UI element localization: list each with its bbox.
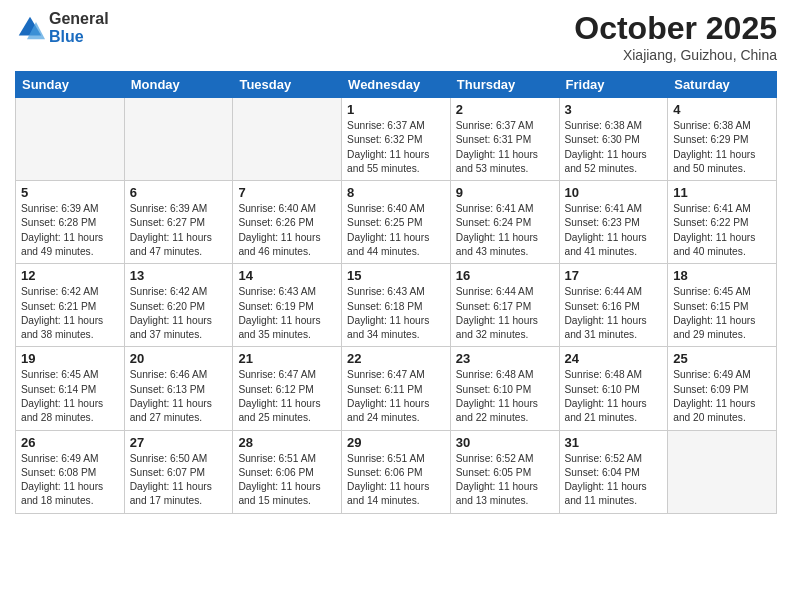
- cell-info: Sunrise: 6:38 AMSunset: 6:29 PMDaylight:…: [673, 119, 771, 176]
- cell-info: Sunrise: 6:49 AMSunset: 6:09 PMDaylight:…: [673, 368, 771, 425]
- cell-info: Sunrise: 6:39 AMSunset: 6:27 PMDaylight:…: [130, 202, 228, 259]
- calendar-header-row: SundayMondayTuesdayWednesdayThursdayFrid…: [16, 72, 777, 98]
- cell-info: Sunrise: 6:40 AMSunset: 6:26 PMDaylight:…: [238, 202, 336, 259]
- calendar-week-row: 1Sunrise: 6:37 AMSunset: 6:32 PMDaylight…: [16, 98, 777, 181]
- cell-info: Sunrise: 6:40 AMSunset: 6:25 PMDaylight:…: [347, 202, 445, 259]
- cell-info: Sunrise: 6:37 AMSunset: 6:32 PMDaylight:…: [347, 119, 445, 176]
- day-number: 3: [565, 102, 663, 117]
- header: General Blue October 2025 Xiajiang, Guiz…: [15, 10, 777, 63]
- cell-info: Sunrise: 6:45 AMSunset: 6:15 PMDaylight:…: [673, 285, 771, 342]
- calendar-cell: 20Sunrise: 6:46 AMSunset: 6:13 PMDayligh…: [124, 347, 233, 430]
- calendar-cell: 19Sunrise: 6:45 AMSunset: 6:14 PMDayligh…: [16, 347, 125, 430]
- location: Xiajiang, Guizhou, China: [574, 47, 777, 63]
- month-title: October 2025: [574, 10, 777, 47]
- calendar-cell: 15Sunrise: 6:43 AMSunset: 6:18 PMDayligh…: [342, 264, 451, 347]
- cell-info: Sunrise: 6:44 AMSunset: 6:16 PMDaylight:…: [565, 285, 663, 342]
- calendar-header-friday: Friday: [559, 72, 668, 98]
- calendar-cell: 11Sunrise: 6:41 AMSunset: 6:22 PMDayligh…: [668, 181, 777, 264]
- calendar-cell: 23Sunrise: 6:48 AMSunset: 6:10 PMDayligh…: [450, 347, 559, 430]
- day-number: 11: [673, 185, 771, 200]
- day-number: 7: [238, 185, 336, 200]
- day-number: 20: [130, 351, 228, 366]
- cell-info: Sunrise: 6:43 AMSunset: 6:18 PMDaylight:…: [347, 285, 445, 342]
- calendar-cell: 29Sunrise: 6:51 AMSunset: 6:06 PMDayligh…: [342, 430, 451, 513]
- calendar-cell: 31Sunrise: 6:52 AMSunset: 6:04 PMDayligh…: [559, 430, 668, 513]
- calendar-cell: 16Sunrise: 6:44 AMSunset: 6:17 PMDayligh…: [450, 264, 559, 347]
- logo-text: General Blue: [49, 10, 109, 45]
- day-number: 29: [347, 435, 445, 450]
- calendar-cell: [124, 98, 233, 181]
- calendar-header-tuesday: Tuesday: [233, 72, 342, 98]
- calendar-week-row: 19Sunrise: 6:45 AMSunset: 6:14 PMDayligh…: [16, 347, 777, 430]
- calendar-week-row: 26Sunrise: 6:49 AMSunset: 6:08 PMDayligh…: [16, 430, 777, 513]
- day-number: 19: [21, 351, 119, 366]
- calendar-cell: 3Sunrise: 6:38 AMSunset: 6:30 PMDaylight…: [559, 98, 668, 181]
- calendar-table: SundayMondayTuesdayWednesdayThursdayFrid…: [15, 71, 777, 514]
- cell-info: Sunrise: 6:50 AMSunset: 6:07 PMDaylight:…: [130, 452, 228, 509]
- logo-general-text: General: [49, 10, 109, 28]
- cell-info: Sunrise: 6:41 AMSunset: 6:23 PMDaylight:…: [565, 202, 663, 259]
- calendar-cell: 17Sunrise: 6:44 AMSunset: 6:16 PMDayligh…: [559, 264, 668, 347]
- cell-info: Sunrise: 6:42 AMSunset: 6:20 PMDaylight:…: [130, 285, 228, 342]
- cell-info: Sunrise: 6:41 AMSunset: 6:24 PMDaylight:…: [456, 202, 554, 259]
- calendar-cell: 30Sunrise: 6:52 AMSunset: 6:05 PMDayligh…: [450, 430, 559, 513]
- day-number: 4: [673, 102, 771, 117]
- cell-info: Sunrise: 6:43 AMSunset: 6:19 PMDaylight:…: [238, 285, 336, 342]
- day-number: 31: [565, 435, 663, 450]
- calendar-cell: 5Sunrise: 6:39 AMSunset: 6:28 PMDaylight…: [16, 181, 125, 264]
- cell-info: Sunrise: 6:49 AMSunset: 6:08 PMDaylight:…: [21, 452, 119, 509]
- day-number: 27: [130, 435, 228, 450]
- day-number: 1: [347, 102, 445, 117]
- calendar-header-saturday: Saturday: [668, 72, 777, 98]
- day-number: 8: [347, 185, 445, 200]
- calendar-cell: 24Sunrise: 6:48 AMSunset: 6:10 PMDayligh…: [559, 347, 668, 430]
- logo: General Blue: [15, 10, 109, 45]
- day-number: 9: [456, 185, 554, 200]
- day-number: 15: [347, 268, 445, 283]
- cell-info: Sunrise: 6:41 AMSunset: 6:22 PMDaylight:…: [673, 202, 771, 259]
- cell-info: Sunrise: 6:37 AMSunset: 6:31 PMDaylight:…: [456, 119, 554, 176]
- day-number: 10: [565, 185, 663, 200]
- title-block: October 2025 Xiajiang, Guizhou, China: [574, 10, 777, 63]
- day-number: 23: [456, 351, 554, 366]
- page: General Blue October 2025 Xiajiang, Guiz…: [0, 0, 792, 612]
- day-number: 12: [21, 268, 119, 283]
- day-number: 13: [130, 268, 228, 283]
- day-number: 14: [238, 268, 336, 283]
- cell-info: Sunrise: 6:38 AMSunset: 6:30 PMDaylight:…: [565, 119, 663, 176]
- calendar-cell: 8Sunrise: 6:40 AMSunset: 6:25 PMDaylight…: [342, 181, 451, 264]
- cell-info: Sunrise: 6:48 AMSunset: 6:10 PMDaylight:…: [456, 368, 554, 425]
- calendar-cell: 27Sunrise: 6:50 AMSunset: 6:07 PMDayligh…: [124, 430, 233, 513]
- calendar-cell: 12Sunrise: 6:42 AMSunset: 6:21 PMDayligh…: [16, 264, 125, 347]
- cell-info: Sunrise: 6:51 AMSunset: 6:06 PMDaylight:…: [238, 452, 336, 509]
- calendar-cell: 13Sunrise: 6:42 AMSunset: 6:20 PMDayligh…: [124, 264, 233, 347]
- day-number: 28: [238, 435, 336, 450]
- calendar-header-thursday: Thursday: [450, 72, 559, 98]
- calendar-header-monday: Monday: [124, 72, 233, 98]
- cell-info: Sunrise: 6:52 AMSunset: 6:05 PMDaylight:…: [456, 452, 554, 509]
- calendar-week-row: 5Sunrise: 6:39 AMSunset: 6:28 PMDaylight…: [16, 181, 777, 264]
- cell-info: Sunrise: 6:44 AMSunset: 6:17 PMDaylight:…: [456, 285, 554, 342]
- logo-icon: [15, 13, 45, 43]
- cell-info: Sunrise: 6:45 AMSunset: 6:14 PMDaylight:…: [21, 368, 119, 425]
- day-number: 6: [130, 185, 228, 200]
- calendar-cell: 4Sunrise: 6:38 AMSunset: 6:29 PMDaylight…: [668, 98, 777, 181]
- calendar-header-sunday: Sunday: [16, 72, 125, 98]
- calendar-cell: [233, 98, 342, 181]
- day-number: 2: [456, 102, 554, 117]
- day-number: 25: [673, 351, 771, 366]
- cell-info: Sunrise: 6:48 AMSunset: 6:10 PMDaylight:…: [565, 368, 663, 425]
- calendar-cell: 1Sunrise: 6:37 AMSunset: 6:32 PMDaylight…: [342, 98, 451, 181]
- calendar-cell: 18Sunrise: 6:45 AMSunset: 6:15 PMDayligh…: [668, 264, 777, 347]
- day-number: 30: [456, 435, 554, 450]
- cell-info: Sunrise: 6:47 AMSunset: 6:12 PMDaylight:…: [238, 368, 336, 425]
- calendar-cell: 21Sunrise: 6:47 AMSunset: 6:12 PMDayligh…: [233, 347, 342, 430]
- calendar-cell: 7Sunrise: 6:40 AMSunset: 6:26 PMDaylight…: [233, 181, 342, 264]
- cell-info: Sunrise: 6:52 AMSunset: 6:04 PMDaylight:…: [565, 452, 663, 509]
- calendar-cell: 6Sunrise: 6:39 AMSunset: 6:27 PMDaylight…: [124, 181, 233, 264]
- cell-info: Sunrise: 6:39 AMSunset: 6:28 PMDaylight:…: [21, 202, 119, 259]
- calendar-header-wednesday: Wednesday: [342, 72, 451, 98]
- calendar-cell: 10Sunrise: 6:41 AMSunset: 6:23 PMDayligh…: [559, 181, 668, 264]
- calendar-cell: 26Sunrise: 6:49 AMSunset: 6:08 PMDayligh…: [16, 430, 125, 513]
- calendar-cell: 9Sunrise: 6:41 AMSunset: 6:24 PMDaylight…: [450, 181, 559, 264]
